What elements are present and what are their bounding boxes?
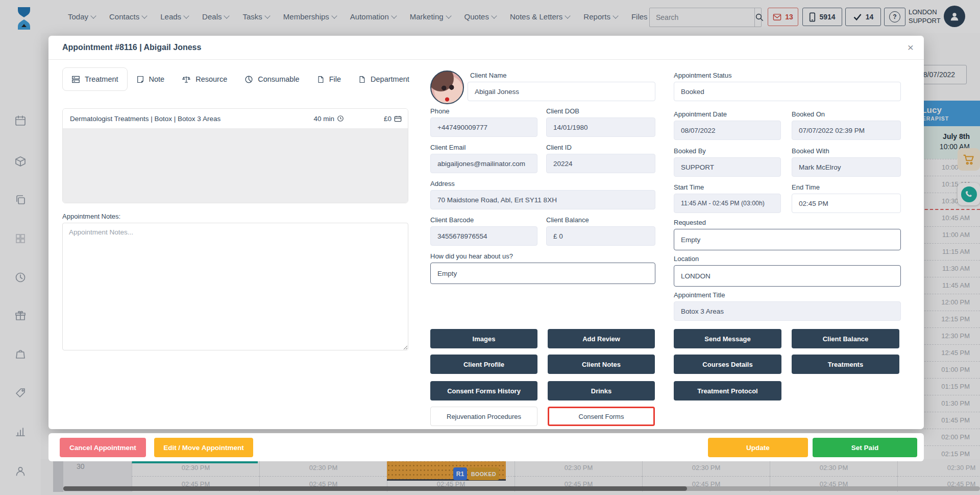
booked-by-field[interactable]: SUPPORT (674, 157, 781, 177)
appointment-date-label: Appointment Date (674, 110, 727, 118)
requested-label: Requested (674, 219, 706, 226)
images-button[interactable]: Images (430, 329, 537, 348)
client-name-field[interactable]: Abigail Joness (468, 82, 655, 101)
modal-footer: Cancel Appointment Edit / Move Appointme… (48, 433, 924, 461)
appointment-title-field[interactable]: Botox 3 Areas (674, 301, 901, 321)
requested-select[interactable]: Empty (674, 229, 901, 250)
treatment-protocol-button[interactable]: Treatment Protocol (674, 381, 781, 400)
start-time-label: Start Time (674, 183, 704, 191)
appointment-date-field[interactable]: 08/07/2022 (674, 121, 781, 140)
client-profile-button[interactable]: Client Profile (430, 355, 537, 374)
hear-about-label: How did you hear about us? (430, 252, 513, 260)
tab-label: File (329, 75, 341, 83)
tab-note[interactable]: Note (128, 68, 174, 90)
tab-treatment[interactable]: Treatment (62, 67, 128, 91)
tab-consumable[interactable]: Consumable (236, 68, 308, 90)
drinks-button[interactable]: Drinks (548, 381, 655, 400)
treatment-list-empty-area (63, 128, 408, 203)
client-email-field[interactable]: abigailjones@mailinator.com (430, 154, 537, 173)
booked-with-field[interactable]: Mark McElroy (792, 157, 901, 177)
end-time-field[interactable]: 02:45 PM (792, 194, 901, 213)
screen: Today Contacts Leads Deals Tasks Members… (0, 0, 980, 495)
courses-details-button[interactable]: Courses Details (674, 355, 781, 374)
client-barcode-label: Client Barcode (430, 216, 474, 224)
phone-field[interactable]: +447490009777 (430, 117, 537, 137)
mini-calendar-icon (394, 115, 402, 122)
modal-title: Appointment #8116 | Abigail Joness (62, 43, 201, 52)
appointment-notes-textarea[interactable] (62, 223, 408, 350)
appointment-status-field[interactable]: Booked (674, 82, 901, 101)
close-icon[interactable]: × (903, 40, 918, 55)
treatment-price: £0 (384, 115, 391, 123)
treatment-name: Dermatologist Treatments | Botox | Botox… (63, 115, 313, 123)
tab-label: Treatment (85, 75, 118, 83)
client-notes-button[interactable]: Client Notes (548, 355, 655, 374)
modal-tabs: Treatment Note Resource (62, 67, 418, 91)
treatment-list: Dermatologist Treatments | Botox | Botox… (62, 108, 408, 203)
appointment-modal: Appointment #8116 | Abigail Joness × Tre… (48, 36, 924, 429)
treatment-duration: 40 min (313, 115, 334, 123)
update-button[interactable]: Update (708, 438, 808, 457)
tab-department[interactable]: Department (350, 68, 418, 90)
phone-label: Phone (430, 107, 450, 115)
tab-label: Department (371, 75, 409, 83)
address-field[interactable]: 70 Maidstone Road, Abl, Ert SY11 8XH (430, 190, 655, 209)
client-dob-label: Client DOB (546, 107, 579, 115)
client-email-label: Client Email (430, 144, 465, 151)
cancel-appointment-button[interactable]: Cancel Appointment (60, 438, 146, 457)
set-paid-button[interactable]: Set Paid (813, 438, 917, 457)
clock-icon (337, 115, 344, 122)
client-dob-field[interactable]: 14/01/1980 (546, 117, 655, 137)
client-photo[interactable] (430, 70, 464, 104)
location-select[interactable]: LONDON (674, 265, 901, 287)
rejuvenation-procedures-button[interactable]: Rejuvenation Procedures (430, 407, 537, 426)
add-review-button[interactable]: Add Review (548, 329, 655, 348)
booked-on-label: Booked On (792, 110, 825, 118)
client-balance-button[interactable]: Client Balance (792, 329, 899, 348)
note-icon (136, 75, 144, 84)
hear-about-select[interactable]: Empty (430, 263, 655, 284)
start-time-field[interactable]: 11:45 AM - 02:45 PM (03:00h) (674, 194, 781, 213)
client-name-label: Client Name (470, 72, 507, 79)
modal-header: Appointment #8116 | Abigail Joness × (48, 36, 924, 60)
edit-move-appointment-button[interactable]: Edit / Move Appointment (154, 438, 253, 457)
pie-chart-icon (244, 75, 253, 84)
file-icon (317, 75, 325, 84)
treatment-list-icon (71, 75, 80, 84)
scale-icon (182, 75, 191, 84)
address-label: Address (430, 180, 455, 187)
appointment-status-label: Appointment Status (674, 72, 731, 79)
tab-label: Note (149, 75, 165, 83)
location-label: Location (674, 255, 699, 263)
appointment-notes-label: Appointment Notes: (62, 213, 120, 220)
tab-label: Resource (195, 75, 227, 83)
client-id-field[interactable]: 20224 (546, 154, 655, 173)
client-id-label: Client ID (546, 144, 572, 151)
booked-by-label: Booked By (674, 147, 706, 155)
booked-on-field[interactable]: 07/07/2022 02:39 PM (792, 121, 901, 140)
end-time-label: End Time (792, 183, 820, 191)
consent-forms-history-button[interactable]: Consent Forms History (430, 381, 537, 400)
file-icon (358, 75, 366, 84)
booked-with-label: Booked With (792, 147, 829, 155)
consent-forms-button[interactable]: Consent Forms (548, 407, 655, 426)
send-message-button[interactable]: Send Message (674, 329, 781, 348)
client-barcode-field[interactable]: 3455678976554 (430, 226, 537, 246)
tab-resource[interactable]: Resource (173, 68, 236, 90)
tab-file[interactable]: File (308, 68, 350, 90)
treatment-row[interactable]: Dermatologist Treatments | Botox | Botox… (63, 109, 408, 128)
client-balance-label: Client Balance (546, 216, 589, 224)
client-balance-field[interactable]: £ 0 (546, 226, 655, 246)
appointment-title-label: Appointment Title (674, 291, 725, 299)
tab-label: Consumable (258, 75, 299, 83)
treatments-button[interactable]: Treatments (792, 355, 899, 374)
